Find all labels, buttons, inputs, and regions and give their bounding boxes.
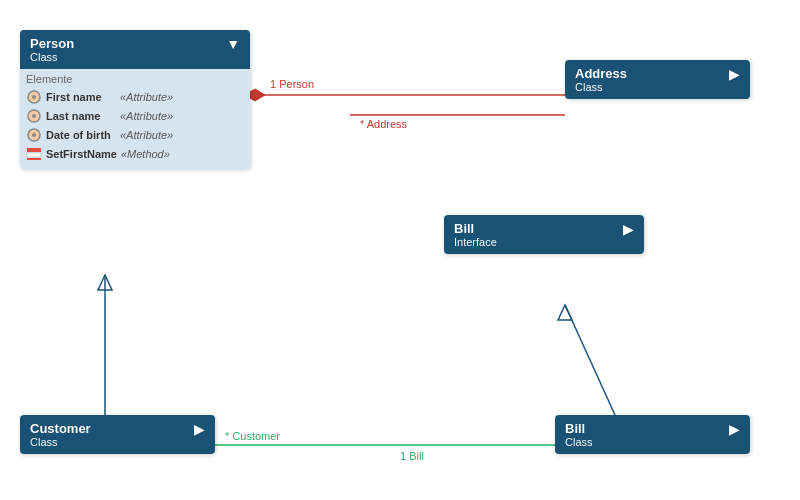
lastname-name: Last name: [46, 110, 116, 122]
dob-type: «Attribute»: [120, 129, 173, 141]
bill-class-header: Bill Class ▶: [555, 415, 750, 454]
dob-name: Date of birth: [46, 129, 116, 141]
svg-line-5: [565, 305, 615, 415]
person-section-label: Elemente: [26, 73, 244, 85]
svg-rect-14: [27, 148, 41, 152]
member-row-lastname: Last name «Attribute»: [26, 108, 244, 124]
attribute-icon-firstname: [26, 89, 42, 105]
bill-class-expand-icon[interactable]: ▶: [729, 421, 740, 437]
customer-class-box[interactable]: Customer Class ▶: [20, 415, 215, 454]
address-subtitle: Class: [575, 81, 627, 93]
label-1-bill: 1 Bill: [400, 450, 424, 462]
label-star-address: * Address: [360, 118, 407, 130]
svg-point-13: [32, 133, 36, 137]
bill-interface-box[interactable]: Bill Interface ▶: [444, 215, 644, 254]
bill-interface-title: Bill: [454, 221, 497, 236]
person-class-box[interactable]: Person Class ▼ Elemente First name «Attr…: [20, 30, 250, 169]
svg-point-11: [32, 114, 36, 118]
person-title: Person: [30, 36, 74, 51]
label-star-customer: * Customer: [225, 430, 280, 442]
diagram-canvas: 1 Person * Address * Customer 1 Bill Per…: [0, 0, 800, 500]
svg-marker-6: [558, 305, 572, 320]
bill-interface-subtitle: Interface: [454, 236, 497, 248]
address-expand-icon[interactable]: ▶: [729, 66, 740, 82]
bill-class-title: Bill: [565, 421, 593, 436]
member-row-firstname: First name «Attribute»: [26, 89, 244, 105]
address-header: Address Class ▶: [565, 60, 750, 99]
svg-point-9: [32, 95, 36, 99]
svg-rect-16: [27, 158, 41, 160]
bill-class-subtitle: Class: [565, 436, 593, 448]
address-title: Address: [575, 66, 627, 81]
person-body: Elemente First name «Attribute» Last nam…: [20, 69, 250, 169]
person-collapse-icon[interactable]: ▼: [226, 36, 240, 52]
svg-rect-15: [27, 153, 41, 157]
firstname-type: «Attribute»: [120, 91, 173, 103]
person-subtitle: Class: [30, 51, 74, 63]
bill-interface-expand-icon[interactable]: ▶: [623, 221, 634, 237]
label-1-person: 1 Person: [270, 78, 314, 90]
svg-marker-4: [98, 275, 112, 290]
address-class-box[interactable]: Address Class ▶: [565, 60, 750, 99]
customer-subtitle: Class: [30, 436, 91, 448]
attribute-icon-dob: [26, 127, 42, 143]
customer-title: Customer: [30, 421, 91, 436]
bill-class-box[interactable]: Bill Class ▶: [555, 415, 750, 454]
bill-interface-header: Bill Interface ▶: [444, 215, 644, 254]
firstname-name: First name: [46, 91, 116, 103]
customer-expand-icon[interactable]: ▶: [194, 421, 205, 437]
member-row-setfirstname: SetFirstName «Method»: [26, 146, 244, 162]
member-row-dob: Date of birth «Attribute»: [26, 127, 244, 143]
method-icon-setfirstname: [26, 146, 42, 162]
attribute-icon-lastname: [26, 108, 42, 124]
setfirstname-name: SetFirstName: [46, 148, 117, 160]
lastname-type: «Attribute»: [120, 110, 173, 122]
setfirstname-type: «Method»: [121, 148, 170, 160]
customer-header: Customer Class ▶: [20, 415, 215, 454]
person-header: Person Class ▼: [20, 30, 250, 69]
